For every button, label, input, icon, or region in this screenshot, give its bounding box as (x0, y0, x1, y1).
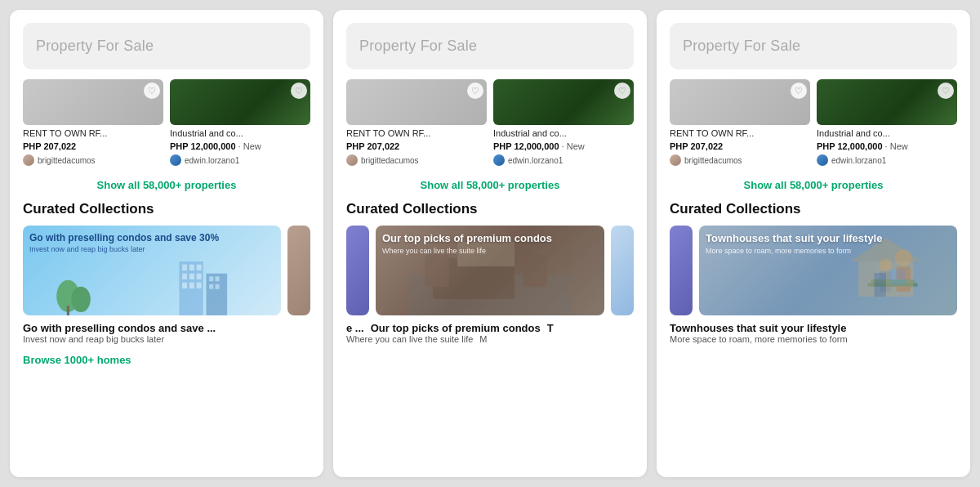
agent-avatar-4 (493, 154, 505, 166)
property-price-1: PHP 207,022 (23, 141, 163, 151)
svg-rect-10 (197, 283, 202, 288)
section-title-3: Curated Collections (670, 201, 957, 217)
property-item-4: ♡ Industrial and co... PHP 12,000,000 · … (493, 79, 634, 166)
coll-list-title-t: T (547, 322, 554, 334)
svg-rect-14 (216, 284, 220, 289)
agent-name-1: brigittedacumos (38, 156, 96, 165)
property-row-3: ♡ RENT TO OWN RF... PHP 207,022 brigitte… (670, 79, 957, 166)
property-agent-1: brigittedacumos (23, 154, 163, 166)
svg-rect-2 (183, 265, 188, 270)
show-all-link-1[interactable]: Show all 58,000+ properties (23, 179, 310, 191)
card-2: Property For Sale ♡ RENT TO OWN RF... PH… (333, 10, 647, 477)
property-item-2: ♡ Industrial and co... PHP 12,000,000 · … (170, 79, 310, 166)
agent-avatar-6 (817, 154, 828, 166)
collection-townhouse-headline: Townhouses that suit your lifestyle (706, 232, 951, 245)
agent-name-3: brigittedacumos (361, 156, 419, 165)
property-agent-3: brigittedacumos (346, 154, 487, 166)
collection-preselling-sub: Invest now and reap big bucks later (29, 245, 274, 253)
collection-list-2: e ... Our top picks of premium condos T … (346, 322, 634, 349)
svg-rect-3 (189, 265, 194, 270)
property-title-4: Industrial and co... (493, 128, 634, 138)
property-title-6: Industrial and co... (817, 128, 957, 138)
collections-row-1: Go with preselling condos and save 30% I… (23, 226, 310, 315)
collection-list-1: Go with preselling condos and save ... I… (23, 322, 310, 349)
agent-name-4: edwin.lorzano1 (508, 156, 563, 165)
collection-townhouse[interactable]: Townhouses that suit your lifestyle More… (699, 226, 957, 315)
property-row-2: ♡ RENT TO OWN RF... PHP 207,022 brigitte… (346, 79, 634, 166)
svg-rect-9 (189, 283, 194, 288)
svg-rect-7 (197, 274, 202, 279)
collections-row-2: Our top picks of premium condos Where yo… (346, 226, 634, 315)
svg-rect-4 (197, 265, 202, 270)
property-price-6: PHP 12,000,000 · New (817, 141, 957, 151)
search-box-1[interactable]: Property For Sale (23, 23, 310, 69)
collection-preselling-headline: Go with preselling condos and save 30% (29, 232, 274, 244)
coll-list-sub-1: Invest now and reap big bucks later (23, 334, 310, 344)
property-item-1: ♡ RENT TO OWN RF... PHP 207,022 brigitte… (23, 79, 163, 166)
property-agent-2: edwin.lorzano1 (170, 154, 310, 166)
property-price-3: PHP 207,022 (346, 141, 487, 151)
collection-premium-sub: Where you can live the suite life (382, 247, 598, 255)
collection-partial-1 (287, 226, 310, 315)
show-all-link-3[interactable]: Show all 58,000+ properties (670, 179, 957, 191)
card-3: Property For Sale ♡ RENT TO OWN RF... PH… (657, 10, 970, 477)
property-price-5: PHP 207,022 (670, 141, 810, 151)
property-price-2: PHP 12,000,000 · New (170, 141, 310, 151)
svg-rect-5 (183, 274, 188, 279)
svg-rect-11 (210, 276, 214, 281)
svg-rect-8 (183, 283, 188, 288)
collection-list-item-2[interactable]: e ... Our top picks of premium condos T … (346, 322, 634, 344)
wishlist-button-4[interactable]: ♡ (614, 83, 630, 99)
collection-partial-left-2 (346, 226, 369, 315)
wishlist-button-3[interactable]: ♡ (467, 83, 483, 99)
agent-name-6: edwin.lorzano1 (831, 156, 886, 165)
property-image-6 (817, 79, 957, 125)
wishlist-button-1[interactable]: ♡ (144, 83, 160, 99)
agent-name-5: brigittedacumos (684, 156, 742, 165)
svg-rect-17 (67, 306, 69, 315)
agent-name-2: edwin.lorzano1 (185, 156, 239, 165)
collection-partial-right-2 (611, 226, 634, 315)
section-title-2: Curated Collections (346, 201, 634, 217)
section-title-1: Curated Collections (23, 201, 310, 217)
property-agent-6: edwin.lorzano1 (817, 154, 957, 166)
collection-townhouse-sub: More space to roam, more memories to for… (706, 247, 951, 255)
coll-list-title-3: Townhouses that suit your lifestyle (670, 322, 957, 334)
collection-premium[interactable]: Our top picks of premium condos Where yo… (376, 226, 604, 315)
search-box-3[interactable]: Property For Sale (670, 23, 957, 69)
collection-townhouse-text: Townhouses that suit your lifestyle More… (706, 232, 951, 255)
agent-avatar-5 (670, 154, 681, 166)
browse-link-1[interactable]: Browse 1000+ homes (23, 354, 310, 366)
collection-preselling-text: Go with preselling condos and save 30% I… (29, 232, 274, 253)
collection-list-item-3[interactable]: Townhouses that suit your lifestyle More… (670, 322, 957, 344)
svg-rect-6 (189, 274, 194, 279)
agent-avatar-2 (170, 154, 181, 166)
agent-avatar-1 (23, 154, 34, 166)
coll-list-sub-2b: M (479, 334, 487, 344)
property-image-5 (670, 79, 810, 125)
show-all-link-2[interactable]: Show all 58,000+ properties (346, 179, 634, 191)
wishlist-button-5[interactable]: ♡ (791, 83, 807, 99)
property-image-4 (493, 79, 634, 125)
property-item-6: ♡ Industrial and co... PHP 12,000,000 · … (817, 79, 957, 166)
coll-list-title-2: Our top picks of premium condos (371, 322, 541, 334)
property-title-2: Industrial and co... (170, 128, 310, 138)
collection-preselling[interactable]: Go with preselling condos and save 30% I… (23, 226, 281, 315)
wishlist-button-6[interactable]: ♡ (938, 83, 954, 99)
property-item-3: ♡ RENT TO OWN RF... PHP 207,022 brigitte… (346, 79, 487, 166)
property-agent-5: brigittedacumos (670, 154, 810, 166)
coll-list-title-prefix-2: e ... (346, 322, 364, 334)
app-wrapper: Property For Sale ♡ RENT TO OWN RF... PH… (0, 0, 980, 487)
property-title-5: RENT TO OWN RF... (670, 128, 810, 138)
wishlist-button-2[interactable]: ♡ (291, 83, 307, 99)
property-row-1: ♡ RENT TO OWN RF... PHP 207,022 brigitte… (23, 79, 310, 166)
coll-list-sub-2: Where you can live the suite life (346, 334, 473, 344)
search-box-2[interactable]: Property For Sale (346, 23, 634, 69)
svg-rect-12 (216, 276, 220, 281)
collection-partial-left-3 (670, 226, 693, 315)
agent-avatar-3 (346, 154, 358, 166)
property-image-1 (23, 79, 163, 125)
property-item-5: ♡ RENT TO OWN RF... PHP 207,022 brigitte… (670, 79, 810, 166)
collection-premium-text: Our top picks of premium condos Where yo… (382, 232, 598, 255)
collection-list-item-1[interactable]: Go with preselling condos and save ... I… (23, 322, 310, 344)
